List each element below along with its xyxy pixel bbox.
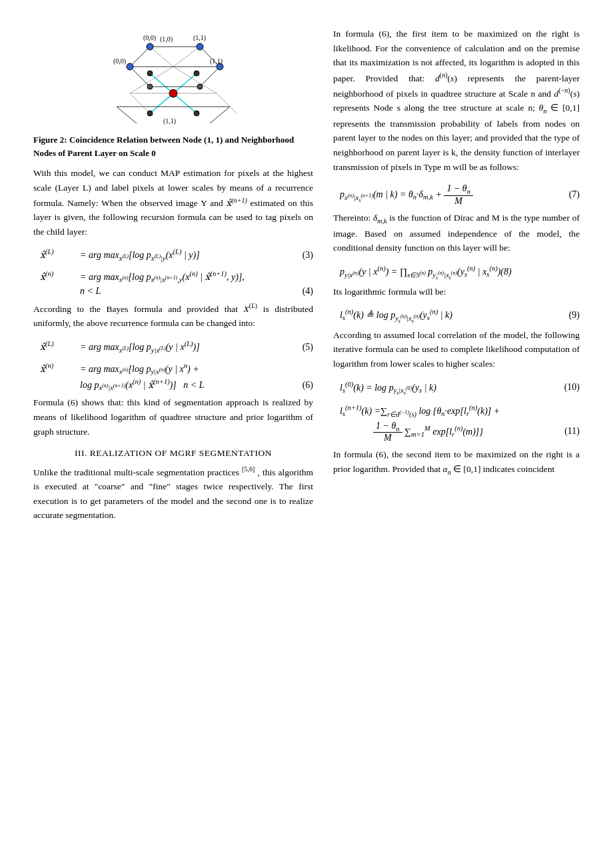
svg-point-23 [197, 43, 203, 50]
eq6b-rhs: log px(n)|x(n+1)(x(n) | x̂(n+1))] n < L [80, 378, 287, 391]
eq5-num: (5) [287, 342, 313, 353]
svg-point-27 [197, 84, 203, 89]
svg-text:(0,0): (0,0) [143, 34, 156, 42]
equation-9-container: ls(n)(k) ≜ log pys(n)|xs(n)(ys(n) | k) (… [333, 304, 580, 328]
equation-5-container: x̂(L) = arg maxx(L)[log py|x(L)(y | x(L)… [33, 336, 313, 357]
equation-10-container: ls(0)(k) = log pys|xs(0)(ys | k) (10) [333, 377, 580, 401]
svg-line-1 [130, 67, 173, 93]
svg-line-21 [210, 107, 230, 123]
eq5-lhs: x̂(L) [40, 340, 80, 353]
svg-line-6 [173, 47, 200, 67]
svg-line-10 [173, 93, 197, 113]
equation-5: x̂(L) = arg maxx(L)[log py|x(L)(y | x(L)… [40, 340, 313, 353]
svg-point-32 [194, 111, 199, 116]
eq11b-rhs: 1 − θn M ∑m=1M exp[lr(n)(m)]} [373, 421, 553, 444]
svg-line-8 [173, 73, 197, 93]
equation-6-container: x̂(n) = arg maxx(n)[log py|x(n)(y | xn) … [33, 358, 313, 396]
eq4-lhs: x̂(n) [40, 270, 80, 283]
equation-6b: log px(n)|x(n+1)(x(n) | x̂(n+1))] n < L … [40, 378, 313, 391]
eq8-rhs: py|x(n)(y | x(n)) = ∏s∈S(n) pys(n)|xs(n)… [340, 265, 580, 281]
svg-line-15 [130, 67, 150, 87]
svg-text:(1,1): (1,1) [193, 34, 206, 42]
svg-line-9 [150, 93, 173, 113]
svg-point-29 [147, 71, 153, 76]
svg-line-12 [130, 47, 150, 67]
equation-9: ls(n)(k) ≜ log pys(n)|xs(n)(ys(n) | k) (… [340, 308, 580, 324]
right-para1: In formula (6), the first item to be max… [333, 27, 580, 174]
eq9-rhs: ls(n)(k) ≜ log pys(n)|xs(n)(ys(n) | k) [340, 308, 553, 324]
equation-3: x̂(L) = arg maxx(L)[log px(L)|y(x(L) | y… [40, 248, 313, 261]
eq4-num: (4) [287, 286, 313, 297]
eq6-num: (6) [287, 380, 313, 391]
equation-11b: 1 − θn M ∑m=1M exp[lr(n)(m)]} (11) [340, 421, 580, 444]
ref-56: [5,6] [242, 465, 255, 473]
right-column: In formula (6), the first item to be max… [333, 27, 580, 841]
equation-3-container: x̂(L) = arg maxx(L)[log px(L)|y(x(L) | y… [33, 244, 313, 265]
svg-line-2 [173, 67, 217, 93]
svg-point-22 [147, 43, 153, 50]
eq10-num: (10) [553, 382, 580, 393]
svg-line-7 [150, 73, 173, 93]
eq4b-rhs: n < L [80, 286, 287, 297]
equation-7: px(n)|xs(n+1)(m | k) = θn·δm,k + 1 − θn … [340, 183, 580, 207]
svg-line-3 [130, 93, 150, 113]
left-para2: According to the Bayes formula and provi… [33, 301, 313, 331]
figure-svg: (0,0) (1,1) (0,0) (1,1) (1,0) (1,1) [97, 27, 250, 127]
eq7-rhs: px(n)|xs(n+1)(m | k) = θn·δm,k + 1 − θn … [340, 183, 553, 207]
eq6-lhs: x̂(n) [40, 362, 80, 375]
svg-line-16 [200, 67, 220, 87]
left-para4: Unlike the traditional multi-scale segme… [33, 464, 313, 523]
equation-8: py|x(n)(y | x(n)) = ∏s∈S(n) pys(n)|xs(n)… [340, 265, 580, 281]
eq3-num: (3) [287, 250, 313, 261]
eq11-num: (11) [553, 426, 580, 437]
right-para5: In formula (6), the second item to be ma… [333, 447, 580, 477]
section-3-heading: III. REALIZATION OF MGRF SEGMENTATION [33, 448, 313, 459]
svg-text:(1,1): (1,1) [210, 57, 223, 65]
equation-10: ls(0)(k) = log pys|xs(0)(ys | k) (10) [340, 381, 580, 397]
eq5-rhs: = arg maxx(L)[log py|x(L)(y | x(L))] [80, 340, 287, 353]
figure-2: (0,0) (1,1) (0,0) (1,1) (1,0) (1,1) [33, 27, 313, 127]
svg-point-28 [169, 89, 177, 97]
svg-text:(1,0): (1,0) [160, 35, 173, 43]
svg-line-20 [117, 107, 137, 123]
eq11a-rhs: ∑r∈d(−1)(s) log {θn·exp[lr(n)(k)] + [380, 404, 580, 417]
eq4-rhs: = arg maxx(n)[log px(n)|x(n+1),y(x(n) | … [80, 270, 313, 283]
formula-xhat-n1: x̂(n+1) [227, 198, 247, 208]
right-para3: Its logarithmic formula will be: [333, 285, 580, 299]
equation-6a: x̂(n) = arg maxx(n)[log py|x(n)(y | xn) … [40, 362, 313, 375]
left-column: (0,0) (1,1) (0,0) (1,1) (1,0) (1,1) Figu… [33, 27, 313, 841]
right-para4: According to assumed local correlation o… [333, 328, 580, 371]
equation-4-container: x̂(n) = arg maxx(n)[log px(n)|x(n+1),y(x… [33, 266, 313, 301]
svg-point-26 [147, 84, 153, 89]
eq9-num: (9) [553, 310, 580, 321]
two-column-layout: (0,0) (1,1) (0,0) (1,1) (1,0) (1,1) Figu… [33, 27, 580, 841]
left-para1: With this model, we can conduct MAP esti… [33, 166, 313, 239]
equation-11-container: ls(n+1)(k) = ∑r∈d(−1)(s) log {θn·exp[lr(… [333, 400, 580, 447]
eq3-lhs: x̂(L) [40, 248, 80, 261]
svg-line-5 [150, 47, 173, 67]
svg-text:(0,0): (0,0) [113, 57, 126, 65]
svg-point-30 [194, 71, 199, 76]
equation-4: x̂(n) = arg maxx(n)[log px(n)|x(n+1),y(x… [40, 270, 313, 283]
equation-4b: n < L (4) [40, 286, 313, 297]
figure-caption: Figure 2: Coincidence Relation between N… [33, 133, 313, 159]
right-para2: Thereinto: δm,k is the function of Dirac… [333, 211, 580, 255]
svg-text:(1,1): (1,1) [163, 117, 176, 125]
eq7-num: (7) [553, 189, 580, 200]
svg-point-24 [127, 63, 133, 70]
svg-point-31 [147, 111, 153, 116]
left-para3: Formula (6) shows that: this kind of seg… [33, 395, 313, 439]
equation-11a: ls(n+1)(k) = ∑r∈d(−1)(s) log {θn·exp[lr(… [340, 404, 580, 417]
eq11-lhs: ls(n+1)(k) = [340, 404, 380, 417]
eq3-rhs: = arg maxx(L)[log px(L)|y(x(L) | y)] [80, 248, 287, 261]
equation-7-container: px(n)|xs(n+1)(m | k) = θn·δm,k + 1 − θn … [333, 179, 580, 211]
svg-line-4 [217, 93, 237, 113]
eq6a-rhs: = arg maxx(n)[log py|x(n)(y | xn) + [80, 362, 313, 375]
page: (0,0) (1,1) (0,0) (1,1) (1,0) (1,1) Figu… [0, 0, 613, 868]
equation-8-container: py|x(n)(y | x(n)) = ∏s∈S(n) pys(n)|xs(n)… [333, 261, 580, 285]
eq10-rhs: ls(0)(k) = log pys|xs(0)(ys | k) [340, 381, 553, 397]
